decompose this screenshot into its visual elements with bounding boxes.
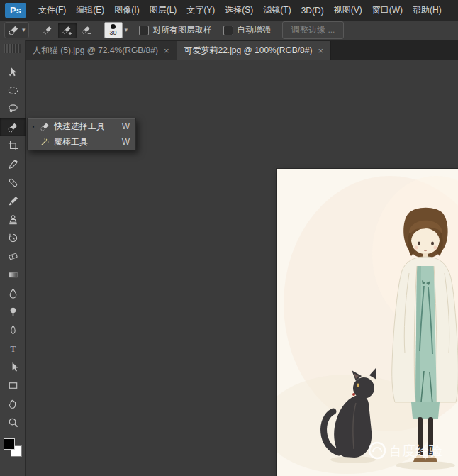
clone-stamp-tool[interactable] <box>0 210 26 228</box>
quick-selection-icon <box>8 24 20 36</box>
menu-bar: Ps 文件(F) 编辑(E) 图像(I) 图层(L) 文字(Y) 选择(S) 滤… <box>0 0 458 21</box>
flyout-item-shortcut: W <box>122 121 130 131</box>
dropdown-caret-icon: ▾ <box>22 27 26 33</box>
quick-selection-tool-icon <box>7 121 19 133</box>
selection-mode-group <box>39 23 96 38</box>
tab-document-1[interactable]: 人和猫 (5).jpg @ 72.4%(RGB/8#) × <box>26 41 177 60</box>
brush-size-picker[interactable]: 30 ▾ <box>104 22 128 38</box>
menu-image[interactable]: 图像(I) <box>109 0 144 21</box>
history-brush-tool[interactable] <box>0 228 26 247</box>
foreground-color-swatch[interactable] <box>4 438 15 450</box>
add-to-selection-icon <box>62 25 73 36</box>
menu-type[interactable]: 文字(Y) <box>181 0 220 21</box>
close-tab-icon[interactable]: × <box>318 45 323 56</box>
current-tool-marker: ▪ <box>30 124 36 129</box>
watermark-text: 百度经验 <box>389 443 442 458</box>
auto-enhance-checkbox[interactable]: 自动增强 <box>223 24 271 36</box>
brush-size-value: 30 <box>110 30 117 36</box>
document-image[interactable]: 百度经验 <box>277 169 458 476</box>
tools-panel: T <box>0 40 26 476</box>
checkbox-icon <box>223 26 233 35</box>
svg-text:T: T <box>10 343 16 353</box>
options-bar: ▾ <box>0 21 458 40</box>
brush-tip-preview: 30 <box>104 22 123 38</box>
menu-window[interactable]: 窗口(W) <box>367 0 408 21</box>
menu-view[interactable]: 视图(V) <box>329 0 367 21</box>
brush-dot-icon <box>111 24 116 29</box>
color-swatches <box>4 438 22 457</box>
crop-tool[interactable] <box>0 136 26 155</box>
marquee-tool-icon <box>7 84 19 96</box>
clone-stamp-tool-icon <box>7 214 19 226</box>
sample-all-layers-checkbox[interactable]: 对所有图层取样 <box>139 24 212 36</box>
quick-selection-tool[interactable] <box>0 118 26 136</box>
path-selection-tool[interactable] <box>0 358 26 376</box>
flyout-item-label: 魔棒工具 <box>54 136 118 148</box>
shape-tool-icon <box>7 380 19 392</box>
type-tool[interactable]: T <box>0 339 26 358</box>
eraser-tool[interactable] <box>0 247 26 265</box>
menu-item-quick-selection-tool[interactable]: ▪ 快速选择工具 W <box>28 118 135 134</box>
brush-tool-icon <box>7 195 19 207</box>
menu-3d[interactable]: 3D(D) <box>296 0 329 21</box>
lasso-tool[interactable] <box>0 99 26 118</box>
gradient-tool-icon <box>7 269 19 281</box>
sample-all-layers-label: 对所有图层取样 <box>152 24 212 36</box>
healing-brush-tool[interactable] <box>0 173 26 192</box>
eyedropper-tool[interactable] <box>0 155 26 173</box>
new-selection-icon <box>43 25 54 36</box>
menu-item-magic-wand-tool[interactable]: 魔棒工具 W <box>28 134 135 150</box>
dodge-tool-icon <box>7 306 19 318</box>
flyout-item-label: 快速选择工具 <box>54 121 118 133</box>
auto-enhance-label: 自动增强 <box>237 24 271 36</box>
tab-title: 可爱萝莉22.jpg @ 100%(RGB/8#) <box>184 45 313 57</box>
hand-tool-icon <box>7 398 19 410</box>
move-tool[interactable] <box>0 62 26 81</box>
tab-document-2[interactable]: 可爱萝莉22.jpg @ 100%(RGB/8#) × <box>177 41 332 60</box>
shape-tool[interactable] <box>0 376 26 394</box>
healing-brush-tool-icon <box>7 177 19 189</box>
marquee-tool[interactable] <box>0 81 26 99</box>
subtract-from-selection-button[interactable] <box>77 23 96 38</box>
blur-tool[interactable] <box>0 284 26 302</box>
path-selection-tool-icon <box>7 361 19 373</box>
brush-tool[interactable] <box>0 192 26 210</box>
tab-title: 人和猫 (5).jpg @ 72.4%(RGB/8#) <box>33 45 158 57</box>
app-logo: Ps <box>5 3 26 18</box>
menu-filter[interactable]: 滤镜(T) <box>258 0 296 21</box>
menu-layer[interactable]: 图层(L) <box>145 0 182 21</box>
menu-help[interactable]: 帮助(H) <box>408 0 447 21</box>
crop-tool-icon <box>7 140 19 152</box>
move-tool-icon <box>7 66 19 78</box>
lasso-tool-icon <box>7 103 19 115</box>
magic-wand-icon <box>40 137 50 148</box>
blur-tool-icon <box>7 287 19 299</box>
document-tab-bar: 人和猫 (5).jpg @ 72.4%(RGB/8#) × 可爱萝莉22.jpg… <box>26 40 458 60</box>
tool-preset-picker[interactable]: ▾ <box>4 22 29 38</box>
panel-grip[interactable] <box>4 44 21 53</box>
dodge-tool[interactable] <box>0 302 26 321</box>
history-brush-tool-icon <box>7 232 19 244</box>
eraser-tool-icon <box>7 250 19 262</box>
type-tool-icon: T <box>7 343 19 355</box>
hand-tool[interactable] <box>0 394 26 413</box>
refine-edge-button[interactable]: 调整边缘 ... <box>282 21 344 39</box>
close-tab-icon[interactable]: × <box>164 45 169 56</box>
add-to-selection-button[interactable] <box>58 23 77 38</box>
dropdown-caret-icon: ▾ <box>125 27 128 33</box>
menu-select[interactable]: 选择(S) <box>220 0 258 21</box>
zoom-tool-icon <box>7 416 19 428</box>
menu-file[interactable]: 文件(F) <box>33 0 71 21</box>
tool-flyout-menu: ▪ 快速选择工具 W 魔棒工具 W <box>27 118 136 150</box>
zoom-tool[interactable] <box>0 413 26 431</box>
eyedropper-tool-icon <box>7 158 19 170</box>
photoshop-window: Ps 文件(F) 编辑(E) 图像(I) 图层(L) 文字(Y) 选择(S) 滤… <box>0 0 458 476</box>
menu-edit[interactable]: 编辑(E) <box>71 0 109 21</box>
subtract-from-selection-icon <box>81 25 92 36</box>
gradient-tool[interactable] <box>0 265 26 284</box>
pen-tool[interactable] <box>0 321 26 339</box>
new-selection-button[interactable] <box>39 23 57 38</box>
checkbox-icon <box>139 26 149 35</box>
flyout-item-shortcut: W <box>122 137 130 147</box>
pen-tool-icon <box>7 324 19 336</box>
